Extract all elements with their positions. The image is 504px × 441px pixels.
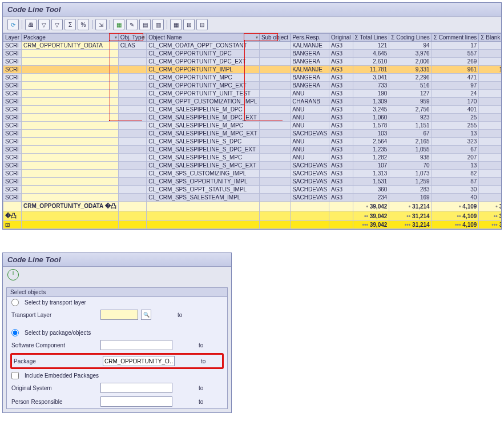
package-label: Package (14, 358, 99, 364)
col-header[interactable]: Σ Blank lines (479, 34, 501, 42)
table-row[interactable]: SCRICL_CRM_SALESPIPELINE_S_MPCANUAG31,28… (3, 154, 502, 162)
col-header[interactable]: Obj. Type▾ (118, 34, 147, 42)
percent-icon[interactable]: % (78, 19, 89, 30)
table-row[interactable]: SCRICL_CRM_OPPORTUNITY_DPCBANGERAAG34,64… (3, 50, 502, 58)
person-responsible-label: Person Responsible (11, 399, 97, 405)
to-label: to (178, 312, 182, 318)
filter2-icon[interactable]: ▽ (51, 19, 63, 30)
execute-icon[interactable] (7, 269, 19, 280)
sum-icon[interactable]: Σ (64, 19, 76, 30)
software-component-input[interactable] (100, 340, 172, 350)
table-row[interactable]: SCRICL_CRM_SALESPIPELINE_M_DPCANUAG33,24… (3, 106, 502, 114)
to-label-3: to (201, 358, 205, 364)
col-header[interactable]: Pers.Resp. (291, 34, 329, 42)
original-system-input[interactable] (100, 383, 172, 393)
col-header[interactable]: Σ Total Lines (353, 34, 389, 42)
transport-layer-label: Transport Layer (11, 312, 97, 318)
package-input[interactable] (103, 356, 175, 366)
toolbar: ⟳ 🖶 ▽ ▽ Σ % ⇲ ▦ ✎ ▤ ▥ ▦ ⊞ ⊟ (3, 17, 501, 33)
chart-icon[interactable]: ▥ (152, 19, 164, 30)
table-row[interactable]: SCRICL_CRM_OPPORTUNITY_UNIT_TESTANUAG319… (3, 90, 502, 98)
original-system-label: Original System (11, 385, 97, 391)
software-component-label: Software Component (11, 342, 97, 348)
table-row[interactable]: SCRICL_CRM_SALESPIPELINE_M_MPCANUAG31,57… (3, 122, 502, 130)
table-row[interactable]: SCRICL_CRM_OPPT_CUSTOMIZATION_IMPLCHARAN… (3, 98, 502, 106)
col-header[interactable]: Σ Coding Lines (389, 34, 432, 42)
table-row[interactable]: SCRICL_CRM_SALESPIPELINE_M_DPC_EXTANUAG3… (3, 114, 502, 122)
transport-layer-input[interactable] (100, 310, 138, 320)
table-row[interactable]: SCRICL_CRM_SALESPIPELINE_S_MPC_EXTSACHDE… (3, 162, 502, 170)
grid-icon[interactable]: ⊞ (183, 19, 195, 30)
excel-icon[interactable]: ▦ (113, 19, 124, 30)
col-header[interactable]: Package▾ (22, 34, 119, 42)
export-icon[interactable]: ⇲ (95, 19, 107, 30)
include-embedded-check[interactable] (11, 372, 19, 379)
col-header[interactable]: Sub object (259, 34, 290, 42)
table-row[interactable]: SCRICL_CRM_SALESPIPELINE_M_MPC_EXTSACHDE… (3, 130, 502, 138)
col-header[interactable]: Original (329, 34, 353, 42)
view-icon[interactable]: ▤ (139, 19, 151, 30)
to-label-4: to (199, 385, 203, 391)
panel-header: Select objects (7, 288, 227, 297)
subtotal-row: ⊡••• 39,042••• 31,214••• 4,109••• 3,719•… (3, 221, 502, 229)
col-header[interactable]: Layer (3, 34, 22, 42)
table-row[interactable]: SCRICL_CRM_SALESPIPELINE_S_DPC_EXTANUAG3… (3, 146, 502, 154)
word-icon[interactable]: ✎ (126, 19, 138, 30)
col-header[interactable]: Object Name▾ (147, 34, 260, 42)
table-row[interactable]: SCRICL_CRM_OPPORTUNITY_DPC_EXTBANGERAAG3… (3, 58, 502, 66)
include-embedded-label: Include Embedded Packages (25, 372, 99, 379)
table-row[interactable]: SCRICRM_OPPORTUNITY_ODATACLASCL_CRM_ODAT… (3, 42, 502, 50)
window-title-2: Code Line Tool (3, 253, 231, 267)
cols-icon[interactable]: ⊟ (196, 19, 208, 30)
result-table[interactable]: LayerPackage▾Obj. Type▾Object Name▾Sub o… (3, 33, 501, 229)
refresh-icon[interactable]: ⟳ (7, 19, 19, 30)
table-row[interactable]: SCRICL_CRM_OPPORTUNITY_MPCBANGERAAG33,04… (3, 74, 502, 82)
subtotal-row: �凸•• 39,042•• 31,214•• 4,109•• 3,719•• 2… (3, 211, 502, 221)
radio-package[interactable] (11, 329, 19, 336)
search-icon[interactable]: 🔍 (141, 310, 151, 320)
table-row[interactable]: SCRICL_CRM_SPS_OPPORTUNITY_IMPLSACHDEVAS… (3, 178, 502, 186)
layout-icon[interactable]: ▦ (170, 19, 182, 30)
to-label-2: to (199, 342, 203, 348)
table-row[interactable]: SCRICL_CRM_SALESPIPELINE_S_DPCANUAG32,56… (3, 138, 502, 146)
table-row[interactable]: SCRICL_CRM_OPPORTUNITY_IMPLKALMANJEAG311… (3, 66, 502, 74)
table-row[interactable]: SCRICL_CRM_SPS_SALESTEAM_IMPLSACHDEVASAG… (3, 194, 502, 202)
to-label-5: to (199, 399, 203, 405)
radio-transport[interactable] (11, 299, 19, 306)
radio-transport-label: Select by transport layer (25, 299, 86, 306)
radio-package-label: Select by package/objects (25, 330, 91, 336)
person-responsible-input[interactable] (100, 396, 172, 407)
table-row[interactable]: SCRICL_CRM_SPS_OPPT_STATUS_IMPLSACHDEVAS… (3, 186, 502, 194)
table-row[interactable]: SCRICL_CRM_OPPORTUNITY_MPC_EXTBANGERAAG3… (3, 82, 502, 90)
subtotal-row: CRM_OPPORTUNITY_ODATA �凸• 39,042• 31,214… (3, 202, 502, 211)
filter-icon[interactable]: ▽ (38, 19, 50, 30)
window-title: Code Line Tool (3, 3, 501, 17)
col-header[interactable]: Σ Comment lines (432, 34, 479, 42)
print-icon[interactable]: 🖶 (25, 19, 37, 30)
table-row[interactable]: SCRICL_CRM_SPS_CUSTOMIZING_IMPLSACHDEVAS… (3, 170, 502, 178)
